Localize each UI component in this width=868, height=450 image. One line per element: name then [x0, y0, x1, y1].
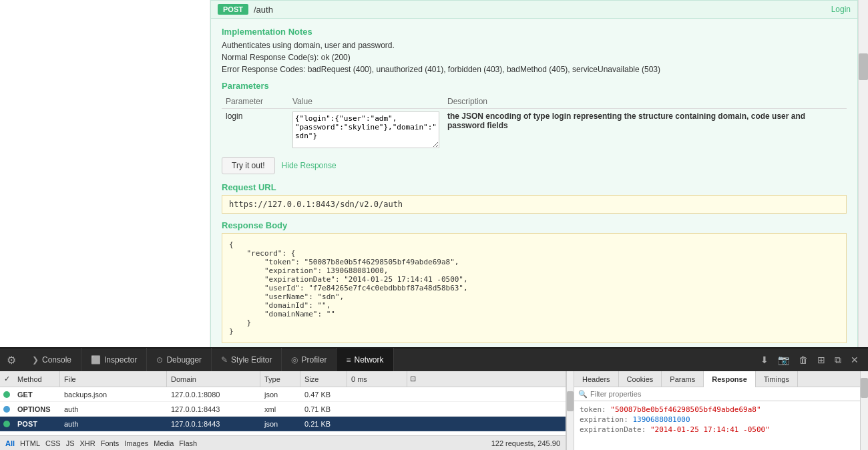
col-size-header[interactable]: Size — [300, 371, 347, 387]
row-file-options: auth — [60, 405, 167, 413]
split-icon[interactable]: ⧉ — [832, 353, 844, 367]
tab-console[interactable]: ❯ Console — [23, 348, 81, 372]
download-icon[interactable]: ⬇ — [758, 353, 771, 367]
inspector-icon: ⬜ — [91, 355, 101, 365]
row-indicator-get — [3, 391, 10, 398]
filter-tab-css[interactable]: CSS — [45, 439, 61, 447]
tab-network[interactable]: ≡ Network — [337, 348, 393, 372]
row-file-post: auth — [60, 420, 167, 428]
gear-icon[interactable]: ⚙ — [0, 354, 23, 367]
col-timing-header[interactable]: 0 ms — [347, 371, 407, 387]
method-badge: POST — [218, 4, 248, 15]
filter-tab-all[interactable]: All — [5, 439, 15, 447]
network-right-panel: Headers Cookies Params Response Timings … — [574, 371, 860, 450]
tab-profiler[interactable]: ◎ Profiler — [282, 348, 337, 372]
main-content: POST /auth Login Implementation Notes Au… — [0, 0, 868, 347]
network-header: ✓ Method File Domain Type Size 0 ms ⊡ — [0, 371, 566, 387]
console-icon: ❯ — [32, 355, 39, 365]
tab-inspector[interactable]: ⬜ Inspector — [81, 348, 147, 372]
right-tab-cookies[interactable]: Cookies — [619, 371, 662, 387]
tab-debugger[interactable]: ⊙ Debugger — [147, 348, 212, 372]
response-body-title: Response Body — [222, 220, 847, 230]
params-section: Parameters Parameter Value Description l… — [222, 81, 847, 174]
request-url-box: https://127.0.0.1:8443/sdn/v2.0/auth — [222, 195, 847, 214]
col-check: ✓ — [0, 375, 13, 383]
network-row-get[interactable]: GET backups.json 127.0.0.1:8080 json 0.4… — [0, 387, 566, 402]
right-tab-headers[interactable]: Headers — [574, 371, 619, 387]
param-row: login {"login":{"user":"adm", "password"… — [222, 109, 847, 154]
api-path: /auth — [254, 5, 273, 15]
row-file-get: backups.json — [60, 391, 167, 399]
prop-token: token: "50087b8e0b5f46298505bf49abde69a8… — [580, 405, 855, 414]
trash-icon[interactable]: 🗑 — [796, 353, 811, 367]
row-domain-options: 127.0.0.1:8443 — [167, 405, 260, 413]
request-url-title: Request URL — [222, 182, 847, 192]
row-method-get: GET — [13, 391, 60, 399]
param-name: login — [222, 109, 288, 154]
params-title: Parameters — [222, 81, 847, 91]
col-header-param: Parameter — [222, 95, 288, 109]
style-editor-icon: ✎ — [221, 355, 228, 365]
right-panel-tabs: Headers Cookies Params Response Timings — [574, 371, 860, 387]
network-list: ✓ Method File Domain Type Size 0 ms ⊡ GE… — [0, 371, 566, 450]
filter-tab-images[interactable]: Images — [124, 439, 148, 447]
prop-key-expiration-date: expirationDate: — [580, 425, 650, 434]
right-panel-scrollbar[interactable] — [860, 371, 868, 450]
try-it-out-button[interactable]: Try it out! — [222, 157, 275, 174]
api-body: Implementation Notes Authenticates using… — [210, 18, 858, 347]
request-url-section: Request URL https://127.0.0.1:8443/sdn/v… — [222, 182, 847, 214]
params-table: Parameter Value Description login {"logi… — [222, 95, 847, 153]
api-header: POST /auth Login — [210, 0, 858, 18]
filter-tab-xhr[interactable]: XHR — [79, 439, 95, 447]
tab-style-editor[interactable]: ✎ Style Editor — [212, 348, 282, 372]
filter-search-icon: 🔍 — [578, 390, 588, 399]
row-indicator-options — [3, 406, 10, 413]
col-extra-header: ⊡ — [407, 371, 426, 387]
filter-tab-media[interactable]: Media — [154, 439, 174, 447]
filter-input[interactable] — [574, 387, 860, 401]
login-link[interactable]: Login — [831, 5, 851, 14]
prop-val-token: "50087b8e0b5f46298505bf49abde69a8" — [610, 405, 761, 414]
response-body-box: { "record": { "token": "50087b8e0b5f4629… — [222, 233, 847, 343]
col-type-header[interactable]: Type — [260, 371, 300, 387]
row-method-options: OPTIONS — [13, 405, 60, 413]
response-properties: token: "50087b8e0b5f46298505bf49abde69a8… — [574, 401, 860, 450]
filter-wrap: 🔍 — [574, 387, 860, 401]
prop-val-expiration: 1390688081000 — [632, 415, 690, 424]
prop-key-expiration: expiration: — [580, 415, 632, 424]
grid-icon[interactable]: ⊞ — [815, 353, 828, 367]
col-file-header[interactable]: File — [60, 371, 167, 387]
filter-tab-js[interactable]: JS — [66, 439, 75, 447]
right-tab-params[interactable]: Params — [662, 371, 704, 387]
network-row-options[interactable]: OPTIONS auth 127.0.0.1:8443 xml 0.71 KB — [0, 402, 566, 417]
debugger-icon: ⊙ — [156, 355, 163, 365]
camera-icon[interactable]: 📷 — [775, 353, 792, 367]
filter-tab-flash[interactable]: Flash — [179, 439, 197, 447]
right-tab-timings[interactable]: Timings — [756, 371, 798, 387]
row-type-post: json — [260, 420, 300, 428]
devtools-bar: ⚙ ❯ Console ⬜ Inspector ⊙ Debugger ✎ Sty… — [0, 347, 868, 371]
row-type-get: json — [260, 391, 300, 399]
devtools-actions: ⬇ 📷 🗑 ⊞ ⧉ ✕ — [758, 353, 868, 367]
param-desc: the JSON encoding of type login represen… — [443, 109, 847, 154]
filter-tab-fonts[interactable]: Fonts — [101, 439, 120, 447]
prop-val-expiration-date: "2014-01-25 17:14:41 -0500" — [650, 425, 770, 434]
network-stats: 122 requests, 245.90 — [491, 439, 560, 447]
network-panel: ✓ Method File Domain Type Size 0 ms ⊡ GE… — [0, 371, 868, 450]
col-header-desc: Description — [443, 95, 847, 109]
row-size-get: 0.47 KB — [300, 391, 347, 399]
col-method-header[interactable]: Method — [13, 371, 60, 387]
row-type-options: xml — [260, 405, 300, 413]
close-icon[interactable]: ✕ — [848, 353, 861, 367]
response-body-section: Response Body { "record": { "token": "50… — [222, 220, 847, 343]
row-domain-get: 127.0.0.1:8080 — [167, 391, 260, 399]
network-row-post[interactable]: POST auth 127.0.0.1:8443 json 0.21 KB — [0, 417, 566, 431]
filter-tab-html[interactable]: HTML — [20, 439, 40, 447]
hide-response-link[interactable]: Hide Response — [282, 161, 337, 170]
col-domain-header[interactable]: Domain — [167, 371, 260, 387]
prop-expiration: expiration: 1390688081000 — [580, 415, 855, 424]
col-header-value: Value — [288, 95, 443, 109]
list-scrollbar[interactable] — [566, 371, 574, 450]
right-tab-response[interactable]: Response — [704, 371, 756, 387]
param-value-input[interactable]: {"login":{"user":"adm", "password":"skyl… — [292, 111, 439, 148]
